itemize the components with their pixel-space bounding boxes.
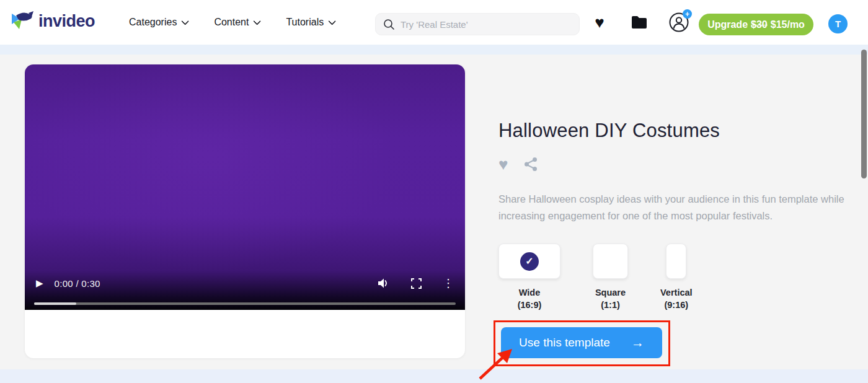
folder-icon[interactable] [629,12,650,33]
nav-categories[interactable]: Categories [129,17,187,28]
page: invideo Categories Content Tutorials [0,0,868,383]
ratio-name: Wide [519,288,541,297]
nav-tutorials[interactable]: Tutorials [286,17,334,28]
nav-categories-label: Categories [129,17,177,28]
chevron-down-icon [328,17,336,25]
invideo-logo-icon [11,10,35,32]
user-avatar[interactable]: T [828,14,848,33]
social-actions: ♥ [498,156,538,172]
upgrade-old-price: $30 [751,19,768,30]
ratio-option-vertical[interactable]: Vertical (9:16) [660,244,693,310]
upgrade-label: Upgrade [707,19,748,30]
upgrade-new-price: $15/mo [771,19,805,30]
video-controls: ▶ 0:00 / 0:30 ⋮ [25,273,465,294]
use-this-template-button[interactable]: Use this template → [501,327,662,358]
upgrade-button[interactable]: Upgrade $30 $15/mo [699,14,813,35]
header-divider-strip [0,45,868,55]
aspect-ratio-selector: ✓ Wide (16:9) Square (1:1) Vertical (9:1… [498,244,693,310]
nav-tutorials-label: Tutorials [286,17,324,28]
ratio-option-wide[interactable]: ✓ Wide (16:9) [498,244,560,310]
share-icon[interactable] [524,157,538,172]
main-nav: Categories Content Tutorials [129,0,334,45]
video-progress-played [34,302,76,305]
template-description: Share Halloween cosplay ideas with your … [498,191,846,224]
ratio-name: Vertical [660,288,693,297]
ratio-dimension: (16:9) [518,300,542,310]
fullscreen-icon[interactable] [411,278,422,289]
invite-user-icon[interactable]: + [668,12,689,33]
search-input[interactable] [401,19,556,30]
nav-content-label: Content [214,17,249,28]
arrow-right-icon: → [631,335,644,350]
search-icon [383,19,394,30]
nav-content[interactable]: Content [214,17,259,28]
plus-badge-icon: + [683,9,692,19]
volume-icon[interactable] [378,278,390,289]
cta-label: Use this template [519,336,610,350]
more-options-icon[interactable]: ⋮ [443,276,454,290]
selected-check-icon: ✓ [520,252,539,271]
play-icon[interactable]: ▶ [36,278,43,289]
video-player[interactable]: ▶ 0:00 / 0:30 ⋮ [25,64,465,310]
template-video-card: ▶ 0:00 / 0:30 ⋮ [25,64,465,358]
ratio-dimension: (1:1) [601,300,620,310]
ratio-option-square[interactable]: Square (1:1) [593,244,628,310]
page-scrollbar-thumb[interactable] [861,50,867,178]
ratio-name: Square [595,288,626,297]
header-icons: ♥ + [589,0,689,45]
video-progress-bar[interactable] [34,302,456,305]
chevron-down-icon [254,17,262,25]
video-timestamp: 0:00 / 0:30 [55,278,100,289]
ratio-dimension: (9:16) [664,300,688,310]
chevron-down-icon [182,17,190,25]
footer-strip [0,369,868,383]
search-bar[interactable] [375,13,580,35]
avatar-initial: T [835,19,841,29]
invideo-logo-text: invideo [38,12,95,31]
header: invideo Categories Content Tutorials [0,0,868,45]
template-title: Halloween DIY Costumes [498,120,720,142]
favorites-heart-icon[interactable]: ♥ [589,12,610,33]
like-template-icon[interactable]: ♥ [498,156,508,172]
invideo-logo[interactable]: invideo [11,10,95,32]
